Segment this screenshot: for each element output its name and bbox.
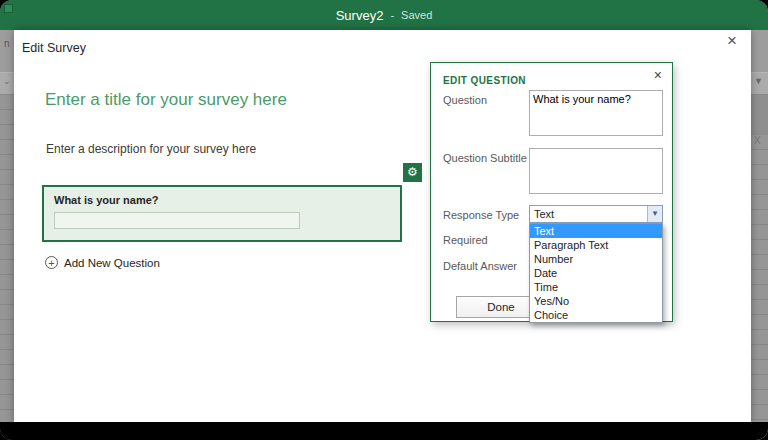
filter-icon: ▼ — [754, 76, 763, 86]
subtitle-field[interactable] — [529, 148, 663, 194]
gear-icon: ⚙ — [407, 165, 418, 179]
dropdown-option[interactable]: Paragraph Text — [530, 238, 662, 252]
answer-input[interactable] — [54, 212, 300, 229]
dropdown-option[interactable]: Number — [530, 252, 662, 266]
close-icon: × — [654, 67, 662, 83]
subtitle-field-label: Question Subtitle — [443, 152, 527, 164]
spreadsheet-background-left: n ⌄ — [0, 30, 14, 422]
title-separator: - — [390, 9, 394, 21]
question-field-label: Question — [443, 94, 487, 106]
edit-question-header: EDIT QUESTION — [443, 75, 526, 86]
default-answer-label: Default Answer — [443, 260, 517, 272]
ribbon-fragment-left: n — [0, 30, 14, 72]
edit-question-panel: EDIT QUESTION × Question What is your na… — [430, 62, 673, 322]
grid-rows-left — [0, 95, 14, 422]
response-type-label: Response Type — [443, 209, 519, 221]
formula-bar-fragment-left: ⌄ — [0, 72, 14, 95]
dropdown-option[interactable]: Time — [530, 280, 662, 294]
excel-online-window: Survey2 - Saved n ⌄ ▼ X Edit Survey × En… — [0, 0, 768, 440]
grid-rows-right: X — [751, 135, 768, 440]
spreadsheet-background-right: ▼ X — [751, 30, 768, 422]
ribbon-fragment-right — [751, 30, 768, 72]
response-type-dropdown: Text Paragraph Text Number Date Time Yes… — [529, 223, 663, 323]
survey-title-placeholder[interactable]: Enter a title for your survey here — [45, 90, 287, 110]
question-card[interactable]: What is your name? — [42, 185, 402, 242]
close-icon: × — [727, 31, 737, 50]
excel-app-icon — [4, 4, 13, 13]
dropdown-option[interactable]: Yes/No — [530, 294, 662, 308]
survey-description-placeholder[interactable]: Enter a description for your survey here — [46, 142, 256, 156]
chevron-down-icon: ⌄ — [3, 76, 11, 86]
dialog-close-button[interactable]: × — [727, 32, 737, 49]
response-type-value: Text — [534, 208, 554, 220]
save-status: Saved — [401, 9, 432, 21]
dropdown-option[interactable]: Text — [530, 224, 662, 238]
add-plus-icon: + — [45, 256, 58, 269]
cell-text-fragment: X — [754, 135, 768, 146]
panel-close-button[interactable]: × — [654, 67, 662, 83]
question-label: What is your name? — [54, 194, 159, 206]
chevron-down-icon[interactable]: ▾ — [647, 206, 662, 222]
dialog-title: Edit Survey — [22, 41, 86, 55]
add-new-question-label: Add New Question — [64, 257, 160, 269]
question-field[interactable]: What is your name? — [529, 90, 663, 136]
dropdown-option[interactable]: Choice — [530, 308, 662, 322]
add-new-question-button[interactable]: + Add New Question — [45, 256, 160, 269]
window-bottom-edge — [0, 422, 768, 440]
question-settings-button[interactable]: ⚙ — [403, 163, 422, 182]
edit-survey-dialog: Edit Survey × Enter a title for your sur… — [14, 30, 751, 422]
dropdown-option[interactable]: Date — [530, 266, 662, 280]
formula-bar-fragment-right: ▼ — [751, 72, 768, 95]
workbook-title: Survey2 — [336, 8, 384, 23]
required-label: Required — [443, 234, 488, 246]
titlebar: Survey2 - Saved — [0, 0, 768, 30]
response-type-select[interactable]: Text ▾ — [529, 205, 663, 223]
